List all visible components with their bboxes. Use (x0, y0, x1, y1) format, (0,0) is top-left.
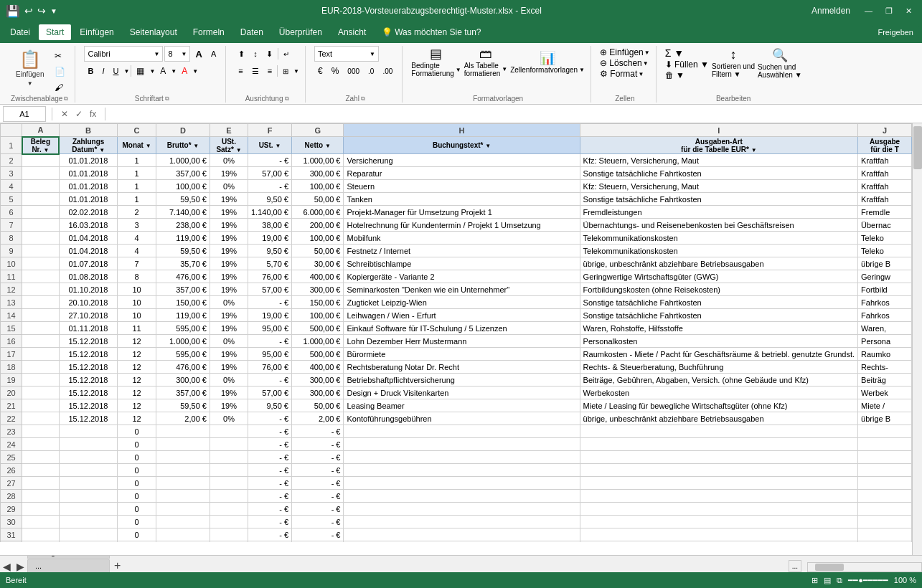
cell[interactable]: 19,00 € (248, 309, 292, 322)
cell[interactable] (22, 322, 60, 335)
cell[interactable]: 95,00 € (248, 348, 292, 361)
cell[interactable] (210, 503, 248, 516)
cell[interactable]: 19% (210, 270, 248, 283)
cell-1-I[interactable]: Ausgaben-Artfür die Tabelle EUR* ▼ (580, 137, 857, 154)
cell[interactable]: Raumkosten - Miete / Pacht für Geschäfts… (580, 348, 857, 361)
cell[interactable]: 476,00 € (156, 361, 210, 374)
menu-ansicht[interactable]: Ansicht (331, 24, 373, 40)
cell[interactable]: Raumko (858, 348, 912, 361)
font-expand[interactable]: ⧉ (165, 95, 169, 103)
cell[interactable] (344, 503, 580, 516)
cell[interactable]: 12 (118, 361, 156, 374)
cell[interactable]: Seminarkosten "Denken wie ein Unternehme… (344, 283, 580, 296)
sheet-tab-9[interactable]: ... (27, 559, 110, 572)
cell[interactable] (22, 257, 60, 270)
cell[interactable] (22, 528, 60, 541)
cell[interactable]: 19% (210, 206, 248, 219)
cell[interactable]: 9,50 € (248, 399, 292, 412)
number-format-dropdown[interactable]: Text ▼ (314, 46, 379, 62)
find-select-button[interactable]: 🔍 Suchen undAuswählen ▼ (758, 47, 802, 79)
cell[interactable]: Steuern (344, 180, 580, 193)
share-button[interactable]: Freigeben (872, 26, 919, 39)
cell[interactable]: 57,00 € (248, 283, 292, 296)
font-color-arrow[interactable]: ▼ (192, 68, 198, 75)
paste-arrow[interactable]: ▼ (27, 80, 33, 87)
cell[interactable]: Kraftfah (858, 154, 912, 167)
cell[interactable]: 15.12.2018 (59, 348, 117, 361)
cell-1-B[interactable]: ZahlungsDatum* ▼ (59, 137, 117, 154)
cell[interactable]: 19% (210, 322, 248, 335)
cell[interactable]: - € (292, 477, 344, 490)
cell[interactable]: Fremdleistungen (580, 206, 857, 219)
cell[interactable] (156, 464, 210, 477)
cell[interactable]: 19% (210, 167, 248, 180)
cell[interactable] (59, 425, 117, 438)
paste-button[interactable]: 📋 Einfügen ▼ (10, 46, 50, 92)
view-normal-icon[interactable]: ⊞ (812, 576, 818, 585)
cell[interactable] (22, 270, 60, 283)
cell[interactable]: 19% (210, 193, 248, 206)
cell[interactable]: Waren, Rohstoffe, Hilfsstoffe (580, 322, 857, 335)
cell[interactable] (580, 464, 857, 477)
cell[interactable]: 12 (118, 399, 156, 412)
cell[interactable] (210, 490, 248, 503)
cell[interactable]: 35,70 € (156, 257, 210, 270)
cell[interactable]: 01.10.2018 (59, 283, 117, 296)
cell[interactable]: 15.12.2018 (59, 387, 117, 399)
cell[interactable]: 238,00 € (156, 219, 210, 232)
cell[interactable]: 0 (118, 503, 156, 516)
cell[interactable] (22, 348, 60, 361)
tab-more-btn[interactable]: ... (789, 560, 801, 572)
fill-arrow[interactable]: ▼ (171, 68, 177, 75)
menu-formeln[interactable]: Formeln (186, 24, 232, 40)
cell[interactable]: 01.08.2018 (59, 270, 117, 283)
cell[interactable]: - € (248, 490, 292, 503)
cell[interactable]: übrige, unbeschränkt abziehbare Betriebs… (580, 257, 857, 270)
cell[interactable] (22, 425, 60, 438)
cell[interactable]: 15.12.2018 (59, 399, 117, 412)
cell[interactable]: - € (248, 503, 292, 516)
cell[interactable] (22, 167, 60, 180)
cell[interactable]: 19% (210, 257, 248, 270)
cell[interactable]: 595,00 € (156, 322, 210, 335)
cell[interactable]: 357,00 € (156, 167, 210, 180)
tab-next-button[interactable]: ▶ (14, 561, 27, 572)
cell[interactable] (858, 451, 912, 464)
cell[interactable]: 19% (210, 348, 248, 361)
cell[interactable]: Betriebshaftpflichtversicherung (344, 374, 580, 387)
cell[interactable]: 2 (118, 206, 156, 219)
cell[interactable] (22, 477, 60, 490)
format-as-table-button[interactable]: 🗃 Als Tabelleformatieren ▼ (464, 47, 508, 77)
cell[interactable]: 0 (118, 451, 156, 464)
cell[interactable]: übrige, unbeschränkt abziehbare Betriebs… (580, 412, 857, 425)
cell[interactable]: Werbek (858, 387, 912, 399)
delete-cells-button[interactable]: ⊖ Löschen ▼ (600, 58, 650, 68)
cell[interactable]: 0 (118, 528, 156, 541)
copy-button[interactable]: 📄 (51, 65, 69, 79)
cell-1-F[interactable]: USt. ▼ (248, 137, 292, 154)
cell-1-G[interactable]: Netto ▼ (292, 137, 344, 154)
cell[interactable]: 19% (210, 399, 248, 412)
cell[interactable]: - € (248, 516, 292, 528)
cell[interactable] (858, 490, 912, 503)
cell[interactable]: übrige B (858, 257, 912, 270)
cell[interactable]: 1.000,00 € (292, 154, 344, 167)
cell[interactable]: 119,00 € (156, 232, 210, 245)
cell[interactable]: 0 (118, 516, 156, 528)
cell[interactable]: Fahrkos (858, 309, 912, 322)
menu-einfuegen[interactable]: Einfügen (72, 24, 121, 40)
cell[interactable] (858, 438, 912, 451)
cell[interactable]: 400,00 € (292, 270, 344, 283)
col-header-C[interactable]: C (118, 124, 156, 137)
col-header-E[interactable]: E (210, 124, 248, 137)
cell[interactable]: 01.11.2018 (59, 322, 117, 335)
cell[interactable] (580, 425, 857, 438)
cell[interactable] (59, 541, 117, 543)
cell[interactable] (580, 516, 857, 528)
cell[interactable] (858, 541, 912, 543)
cell[interactable]: 76,00 € (248, 270, 292, 283)
cell-1-D[interactable]: Brutto* ▼ (156, 137, 210, 154)
cell[interactable]: - € (248, 541, 292, 543)
cell[interactable] (22, 490, 60, 503)
cell[interactable]: Kfz: Steuern, Versicherung, Maut (580, 180, 857, 193)
